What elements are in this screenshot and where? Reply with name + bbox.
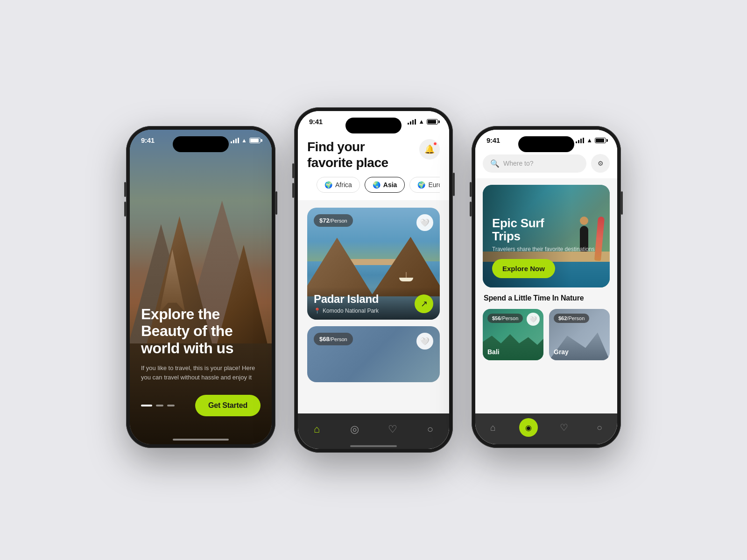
bali-card[interactable]: $56/Person 🤍 Bali — [483, 309, 543, 360]
power-button[interactable] — [275, 191, 277, 215]
bottom-nav-3: ⌂ ◉ ♡ ○ — [475, 413, 617, 444]
nav-profile[interactable]: ○ — [420, 419, 441, 440]
boat-hull — [399, 278, 413, 281]
boat-mast — [406, 272, 407, 278]
phone-2-screen: 9:41 ▲ Fi — [298, 111, 449, 449]
page-dot-1 — [141, 405, 152, 406]
nav-home[interactable]: ⌂ — [307, 419, 327, 440]
phone-3-screen: 9:41 ▲ 🔍 Wh — [475, 130, 617, 444]
nav3-profile[interactable]: ○ — [590, 418, 609, 437]
second-heart-button[interactable]: 🤍 — [416, 333, 433, 350]
padar-arrow-button[interactable]: ↗ — [415, 294, 433, 313]
search-input-wrap[interactable]: 🔍 Where to? — [483, 154, 586, 173]
gray-card[interactable]: $62/Person Gray — [549, 309, 610, 360]
bell-icon: 🔔 — [424, 144, 435, 154]
nav-compass[interactable]: ◎ — [345, 419, 365, 440]
phone-1-screen: 9:41 ▲ Explore the Beauty of the world w — [130, 130, 272, 444]
power-button-3[interactable] — [621, 191, 623, 215]
page-dot-2 — [156, 405, 163, 406]
volume-down-button-2[interactable] — [292, 183, 294, 198]
header-row: Find your favorite place 🔔 — [307, 139, 440, 170]
person-icon-3: ○ — [597, 422, 602, 433]
battery-fill-1 — [250, 139, 259, 142]
status-icons-2: ▲ — [408, 118, 438, 125]
signal-bar-2-2 — [410, 121, 411, 125]
surf-card[interactable]: Epic Surf Trips Travelers share their fa… — [483, 185, 610, 287]
tab-europe[interactable]: 🌍 Europe — [409, 177, 440, 193]
phone-3-content: 9:41 ▲ 🔍 Wh — [475, 130, 617, 444]
padar-boat — [399, 274, 413, 281]
heart-icon-3: ♡ — [560, 422, 568, 433]
splash-title: Explore the Beauty of the world with us — [141, 306, 261, 357]
mini-cards-row: $56/Person 🤍 Bali $62/Person Gray — [483, 309, 610, 360]
nav3-compass[interactable]: ◉ — [519, 418, 538, 437]
signal-bars-1 — [231, 138, 239, 143]
filter-button[interactable]: ⚙ — [591, 154, 610, 173]
phone-3-scroll: Epic Surf Trips Travelers share their fa… — [475, 178, 617, 413]
status-bar-2: 9:41 ▲ — [298, 111, 449, 126]
second-price-badge: $68/Person — [314, 333, 353, 345]
status-bar-3: 9:41 ▲ — [475, 130, 617, 144]
volume-up-button-3[interactable] — [470, 182, 472, 197]
status-icons-3: ▲ — [576, 137, 606, 144]
phone-2-content: 9:41 ▲ Fi — [298, 111, 449, 449]
bottom-nav-2: ⌂ ◎ ♡ ○ — [298, 413, 449, 449]
status-time-1: 9:41 — [141, 136, 155, 144]
battery-fill-3 — [596, 139, 604, 142]
search-icon: 🔍 — [490, 159, 500, 168]
gray-name: Gray — [554, 348, 569, 356]
signal-bars-3 — [576, 138, 584, 143]
compass-active-pill: ◉ — [519, 418, 538, 437]
nature-section-title: Spend a Little Time In Nature — [483, 294, 610, 302]
padar-hills — [307, 218, 440, 296]
nav-heart[interactable]: ♡ — [382, 419, 403, 440]
home-indicator-2 — [350, 445, 397, 447]
home-icon-3: ⌂ — [490, 422, 496, 433]
surf-content: Epic Surf Trips Travelers share their fa… — [483, 185, 610, 287]
splash-cta-row: Get Started — [141, 395, 261, 416]
power-button-2[interactable] — [453, 173, 455, 196]
volume-up-button-2[interactable] — [292, 163, 294, 178]
signal-bar-2-3 — [412, 120, 414, 125]
location-pin-icon: 📍 — [314, 308, 321, 314]
header-title: Find your favorite place — [307, 139, 388, 170]
second-card[interactable]: $68/Person 🤍 — [307, 326, 440, 382]
bali-heart-button[interactable]: 🤍 — [527, 313, 540, 326]
page-dot-3 — [167, 405, 175, 406]
notification-dot — [433, 142, 437, 146]
volume-down-button[interactable] — [124, 202, 126, 217]
signal-bar-2 — [233, 140, 234, 143]
volume-up-button[interactable] — [124, 182, 126, 197]
get-started-button[interactable]: Get Started — [195, 395, 261, 416]
battery-icon-3 — [595, 138, 606, 143]
phone-1: 9:41 ▲ Explore the Beauty of the world w — [126, 126, 275, 448]
explore-now-button[interactable]: Explore Now — [492, 259, 555, 278]
nav3-heart[interactable]: ♡ — [555, 418, 573, 437]
bali-price: $56/Person — [487, 314, 523, 323]
signal-bar-3-4 — [583, 138, 584, 143]
nav3-home[interactable]: ⌂ — [484, 418, 502, 437]
signal-bar-2-1 — [408, 123, 409, 125]
battery-icon-1 — [249, 138, 261, 143]
splash-subtitle: If you like to travel, this is your plac… — [141, 364, 261, 382]
search-placeholder: Where to? — [503, 160, 534, 167]
notification-button[interactable]: 🔔 — [419, 139, 440, 160]
volume-down-button-3[interactable] — [470, 202, 472, 217]
compass-icon: ◎ — [350, 423, 359, 435]
padar-card-location: 📍 Komodo National Park — [314, 308, 433, 314]
wifi-icon-3: ▲ — [586, 137, 592, 144]
padar-island-card[interactable]: $72/Person 🤍 Padar Island 📍 Komodo Natio… — [307, 208, 440, 320]
wifi-icon-1: ▲ — [241, 137, 247, 144]
person-icon: ○ — [427, 423, 433, 435]
surf-subtitle: Travelers share their favorite destinati… — [492, 246, 600, 252]
page-dots — [141, 405, 175, 406]
home-indicator-1 — [173, 439, 229, 441]
heart-icon: ♡ — [388, 423, 397, 435]
tab-africa[interactable]: 🌍 Africa — [317, 177, 360, 193]
filter-icon: ⚙ — [598, 160, 604, 167]
padar-heart-button[interactable]: 🤍 — [416, 214, 433, 231]
signal-bar-1 — [231, 141, 232, 143]
tab-asia[interactable]: 🌏 Asia — [365, 177, 405, 193]
signal-bar-4 — [238, 138, 239, 143]
gray-price: $62/Person — [554, 314, 589, 323]
